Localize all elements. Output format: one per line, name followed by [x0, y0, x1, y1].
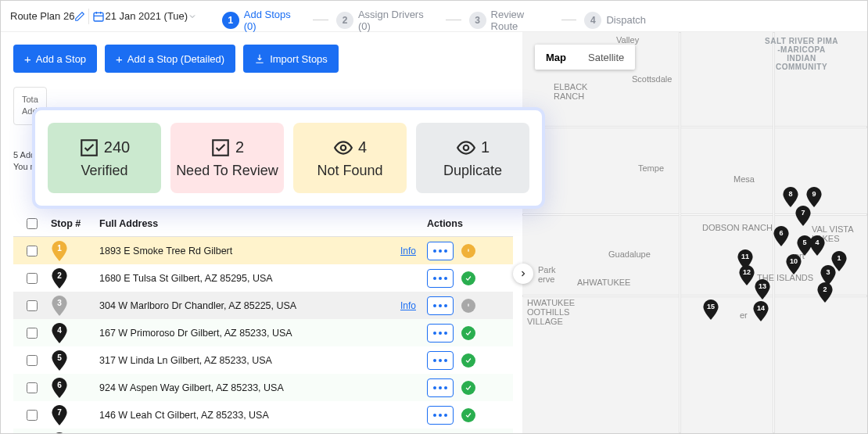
- map-tab-map[interactable]: Map: [535, 45, 577, 70]
- table-header: Stop # Full Address Actions: [13, 210, 513, 237]
- col-full-address: Full Address: [99, 218, 427, 229]
- row-checkbox[interactable]: [27, 410, 38, 421]
- add-stop-button[interactable]: +Add a Stop: [13, 45, 97, 73]
- row-actions-menu-button[interactable]: [427, 351, 454, 370]
- step-4[interactable]: 4Dispatch: [584, 12, 646, 29]
- row-status-badge: [461, 326, 475, 340]
- map-pin[interactable]: 12: [738, 265, 755, 285]
- step-divider: [561, 20, 577, 20]
- status-card-duplicate[interactable]: 1Duplicate: [416, 123, 529, 193]
- step-1[interactable]: 1Add Stops (0): [222, 9, 305, 32]
- step-number: 4: [584, 12, 601, 29]
- status-count: 240: [104, 138, 130, 156]
- step-label: Review Route: [491, 9, 554, 32]
- info-link[interactable]: Info: [400, 300, 416, 311]
- map-pin[interactable]: 13: [754, 279, 771, 299]
- collapse-panel-button[interactable]: [513, 264, 533, 284]
- stop-pin-icon: 3: [51, 296, 68, 316]
- status-label: Verified: [81, 163, 127, 179]
- table-row[interactable]: 6924 W Aspen Way Gilbert, AZ 85233, USA: [13, 374, 513, 401]
- map-label: AHWATUKEE: [577, 278, 630, 287]
- address-text: 924 W Aspen Way Gilbert, AZ 85233, USA: [99, 382, 284, 393]
- row-actions-menu-button[interactable]: [427, 296, 454, 315]
- table-row[interactable]: 3304 W Marlboro Dr Chandler, AZ 85225, U…: [13, 292, 513, 319]
- map-pin[interactable]: 15: [702, 299, 719, 320]
- stop-pin-icon: 6: [51, 378, 68, 398]
- add-stop-detailed-button[interactable]: +Add a Stop (Detailed): [105, 45, 235, 73]
- table-row[interactable]: 5317 W Linda Ln Gilbert, AZ 85233, USA: [13, 346, 513, 374]
- select-all-checkbox[interactable]: [27, 218, 38, 229]
- row-status-badge: [461, 244, 475, 258]
- stop-pin-icon: 8: [51, 432, 68, 434]
- map-label: ELBACKRANCH: [554, 82, 587, 101]
- address-text: 167 W Primoroso Dr Gilbert, AZ 85233, US…: [99, 328, 292, 339]
- map-pin[interactable]: 14: [752, 301, 769, 321]
- table-row[interactable]: 4167 W Primoroso Dr Gilbert, AZ 85233, U…: [13, 319, 513, 346]
- row-actions-menu-button[interactable]: [427, 378, 454, 397]
- import-stops-button[interactable]: Import Stops: [243, 45, 339, 73]
- step-number: 3: [469, 12, 486, 29]
- calendar-icon[interactable]: [92, 10, 105, 23]
- step-number: 1: [222, 12, 239, 29]
- chevron-down-icon[interactable]: [188, 12, 197, 21]
- row-checkbox[interactable]: [27, 300, 38, 311]
- map-pin[interactable]: 6: [773, 226, 790, 246]
- row-checkbox[interactable]: [27, 382, 38, 393]
- map-pin[interactable]: 7: [794, 206, 812, 226]
- map-label: Mesa: [733, 174, 755, 184]
- step-label: Assign Drivers (0): [358, 9, 438, 32]
- table-row[interactable]: 21680 E Tulsa St Gilbert, AZ 85295, USA: [13, 264, 513, 292]
- row-actions-menu-button[interactable]: [427, 269, 454, 288]
- address-text: 304 W Marlboro Dr Chandler, AZ 85225, US…: [99, 300, 296, 311]
- row-actions-menu-button[interactable]: [427, 242, 454, 260]
- divider: [88, 9, 89, 24]
- stops-table: Stop # Full Address Actions 11893 E Smok…: [13, 210, 513, 433]
- info-link[interactable]: Info: [400, 246, 416, 256]
- svg-rect-0: [94, 13, 103, 21]
- map-label: Scottsdale: [632, 74, 672, 84]
- status-count: 2: [235, 138, 244, 156]
- table-row[interactable]: 11893 E Smoke Tree Rd GilbertInfo: [13, 237, 513, 264]
- eye-icon: [456, 138, 476, 158]
- row-actions-menu-button[interactable]: [427, 324, 454, 343]
- row-checkbox[interactable]: [27, 355, 38, 366]
- stop-pin-icon: 5: [51, 350, 68, 371]
- status-card-not-found[interactable]: 4Not Found: [293, 123, 407, 193]
- eye-icon: [333, 138, 353, 158]
- pencil-icon[interactable]: [74, 11, 85, 22]
- map-label: Valley: [616, 35, 639, 45]
- row-status-badge: [461, 271, 475, 285]
- status-card-need-to-review[interactable]: 2Need To Review: [170, 123, 284, 193]
- map-pin[interactable]: 9: [805, 187, 823, 207]
- step-3[interactable]: 3Review Route: [469, 9, 554, 32]
- map-label: SALT RIVER PIMA-MARICOPAINDIANCOMMUNITY: [765, 37, 838, 71]
- address-text: 1893 E Smoke Tree Rd Gilbert: [99, 246, 232, 256]
- table-row[interactable]: 81224 E Glade Ave Mesa, AZ 85204, USA: [13, 429, 513, 433]
- row-checkbox[interactable]: [27, 246, 38, 256]
- map-type-toggle[interactable]: Map Satellite: [535, 45, 635, 70]
- step-divider: [446, 20, 461, 20]
- map-pin[interactable]: 10: [785, 254, 802, 274]
- step-number: 2: [336, 12, 353, 29]
- date-picker[interactable]: 21 Jan 2021 (Tue): [105, 10, 188, 22]
- stop-pin-icon: 2: [51, 268, 68, 289]
- address-status-popup: 240Verified2Need To Review4Not Found1Dup…: [32, 107, 545, 209]
- map-pin[interactable]: 8: [782, 187, 799, 207]
- map-label: Tempe: [638, 163, 664, 173]
- map-tab-satellite[interactable]: Satellite: [577, 45, 635, 70]
- address-text: 317 W Linda Ln Gilbert, AZ 85233, USA: [99, 355, 272, 366]
- row-actions-menu-button[interactable]: [427, 406, 454, 425]
- plan-name: Route Plan 26: [10, 10, 74, 22]
- row-actions-menu-button[interactable]: [427, 433, 454, 434]
- step-2[interactable]: 2Assign Drivers (0): [336, 9, 438, 32]
- map-panel[interactable]: Map Satellite ValleySALT RIVER PIMA-MARI…: [522, 32, 867, 433]
- svg-point-3: [341, 145, 346, 150]
- map-pin[interactable]: 4: [809, 235, 826, 256]
- map-pin[interactable]: 2: [816, 282, 834, 303]
- row-checkbox[interactable]: [27, 328, 38, 339]
- step-divider: [313, 20, 328, 20]
- status-count: 4: [358, 138, 367, 156]
- status-card-verified[interactable]: 240Verified: [48, 123, 161, 193]
- table-row[interactable]: 7146 W Leah Ct Gilbert, AZ 85233, USA: [13, 401, 513, 429]
- row-checkbox[interactable]: [27, 273, 38, 284]
